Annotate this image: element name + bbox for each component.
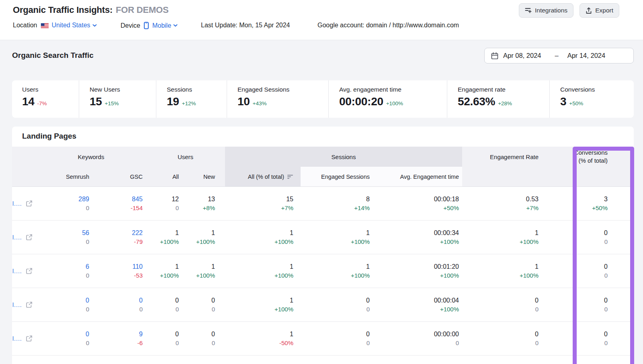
project-name: FOR DEMOS bbox=[116, 5, 168, 15]
integrations-icon bbox=[525, 7, 532, 14]
table-row: l.... 560 222-79 1+100% 1+100% 1+100% 1+… bbox=[12, 221, 634, 254]
metric-value: 10 bbox=[238, 95, 250, 108]
users-all-cell: 1+100% bbox=[146, 254, 182, 288]
users-new-cell: 1+100% bbox=[182, 254, 225, 288]
section-title: Organic Search Traffic bbox=[12, 51, 94, 60]
landing-page-link[interactable]: l.... bbox=[12, 335, 22, 342]
gsc-column-header[interactable]: GSC bbox=[92, 167, 146, 186]
landing-page-cell: l.... bbox=[12, 187, 36, 220]
table-row: l.... 00 00 00 00 1+100% 00 00:00:04+100… bbox=[12, 288, 634, 322]
date-range-picker[interactable]: Apr 08, 2024 – Apr 14, 2024 bbox=[484, 48, 634, 63]
metric-card: Sessions 19 +12% bbox=[156, 80, 227, 118]
engaged-sessions-column-header[interactable]: Engaged Sessions bbox=[301, 167, 373, 186]
organic-traffic-insights-page: Organic Traffic Insights:FOR DEMOS Integ… bbox=[0, 0, 643, 364]
engagement-rate-cell: 00 bbox=[462, 288, 542, 321]
url-subheader bbox=[12, 167, 36, 186]
engaged-sessions-cell: 8+14% bbox=[301, 187, 373, 220]
sessions-all-column-header[interactable]: All (% of total) bbox=[225, 167, 301, 186]
date-separator: – bbox=[555, 52, 559, 59]
metric-card: New Users 15 +15% bbox=[79, 80, 156, 118]
landing-page-cell: l.... bbox=[12, 322, 36, 355]
gsc-keywords-cell: 00 bbox=[92, 288, 146, 321]
users-all-cell: 1+100% bbox=[146, 221, 182, 254]
metric-label: Sessions bbox=[167, 86, 227, 93]
users-new-cell: 00 bbox=[182, 322, 225, 355]
metric-label: Engagement rate bbox=[458, 86, 549, 93]
conversions-subheader bbox=[542, 167, 634, 186]
conversions-cell: 00 bbox=[542, 288, 634, 321]
engaged-sessions-cell: 1+100% bbox=[301, 221, 373, 254]
sessions-all-cell: 1+100% bbox=[225, 221, 301, 254]
users-all-column-header[interactable]: All bbox=[146, 167, 182, 186]
device-label: Device bbox=[121, 22, 140, 29]
conversions-cell: 00 bbox=[542, 221, 634, 254]
engagement-rate-cell: 00 bbox=[462, 322, 542, 355]
device-selector[interactable]: Device Mobile bbox=[121, 22, 178, 29]
sessions-all-cell: 1+100% bbox=[225, 254, 301, 288]
metric-label: Users bbox=[22, 86, 79, 93]
export-button[interactable]: Export bbox=[580, 3, 619, 18]
landing-page-cell: l.... bbox=[12, 254, 36, 288]
export-icon bbox=[586, 7, 592, 14]
avg-engagement-time-cell: 00:00:34+100% bbox=[373, 221, 462, 254]
table-row: l.... 2890 845-154 120 13+8% 15+7% 8+14%… bbox=[12, 187, 634, 221]
metric-delta: +43% bbox=[253, 100, 267, 106]
engagement-rate-cell: 1+100% bbox=[462, 221, 542, 254]
table-body: l.... 2890 845-154 120 13+8% 15+7% 8+14%… bbox=[12, 187, 634, 356]
chevron-down-icon bbox=[173, 24, 178, 27]
landing-page-cell: l.... bbox=[12, 221, 36, 254]
engagement-rate-column-header[interactable]: Engagement Rate bbox=[462, 147, 542, 167]
device-value: Mobile bbox=[152, 22, 171, 29]
users-new-cell: 1+100% bbox=[182, 221, 225, 254]
external-link-icon[interactable] bbox=[26, 301, 33, 308]
landing-page-link[interactable]: l.... bbox=[12, 234, 22, 241]
conversions-column-header[interactable]: Conversions (% of total) bbox=[542, 147, 634, 167]
avg-engagement-time-cell: 00:00:04+100% bbox=[373, 288, 462, 321]
avg-engagement-time-cell: 00:00:18+50% bbox=[373, 187, 462, 220]
users-new-cell: 13+8% bbox=[182, 187, 225, 220]
page-title-text: Organic Traffic Insights: bbox=[13, 5, 113, 15]
semrush-keywords-cell: 60 bbox=[36, 254, 92, 288]
users-new-cell: 00 bbox=[182, 288, 225, 321]
metrics-summary-card: Users 14 -7% New Users 15 +15% Sessions … bbox=[12, 80, 634, 118]
top-header: Organic Traffic Insights:FOR DEMOS Integ… bbox=[0, 0, 643, 40]
report-meta-row: Location United States bbox=[0, 22, 643, 32]
table-header: Keywords Users Sessions Engagement Rate … bbox=[12, 147, 634, 187]
landing-page-link[interactable]: l.... bbox=[12, 268, 22, 274]
landing-page-link[interactable]: l.... bbox=[12, 302, 22, 308]
metric-card: Users 14 -7% bbox=[12, 80, 79, 118]
integrations-button[interactable]: Integrations bbox=[519, 3, 573, 18]
chevron-down-icon bbox=[92, 24, 97, 27]
external-link-icon[interactable] bbox=[26, 200, 33, 207]
location-selector[interactable]: Location United States bbox=[13, 22, 97, 29]
external-link-icon[interactable] bbox=[26, 268, 33, 274]
users-new-column-header[interactable]: New bbox=[182, 167, 225, 186]
avg-engagement-time-column-header[interactable]: Avg. Engagement time bbox=[373, 167, 462, 186]
conversions-cell: 3+50% bbox=[542, 187, 634, 220]
semrush-keywords-cell: 00 bbox=[36, 288, 92, 321]
keywords-group-header[interactable]: Keywords bbox=[36, 147, 146, 167]
users-group-header[interactable]: Users bbox=[146, 147, 225, 167]
metric-card: Conversions 3 +50% bbox=[549, 80, 595, 118]
google-account-text: Google account: domain / http://www.doma… bbox=[317, 22, 459, 29]
metric-value: 14 bbox=[22, 95, 35, 108]
landing-pages-title: Landing Pages bbox=[22, 132, 76, 141]
mobile-icon bbox=[143, 22, 149, 29]
metric-delta: +12% bbox=[182, 100, 196, 106]
users-all-cell: 00 bbox=[146, 322, 182, 355]
external-link-icon[interactable] bbox=[26, 234, 33, 241]
sort-descending-icon[interactable] bbox=[287, 174, 293, 179]
landing-page-link[interactable]: l.... bbox=[12, 200, 22, 207]
semrush-column-header[interactable]: Semrush bbox=[36, 167, 92, 186]
metric-delta: +100% bbox=[386, 100, 403, 106]
gsc-keywords-cell: 845-154 bbox=[92, 187, 146, 220]
metric-value: 19 bbox=[167, 95, 179, 108]
users-all-cell: 00 bbox=[146, 288, 182, 321]
sessions-group-header[interactable]: Sessions bbox=[225, 147, 462, 167]
external-link-icon[interactable] bbox=[26, 335, 33, 342]
last-update-text: Last Update: Mon, 15 Apr 2024 bbox=[201, 22, 290, 29]
metric-delta: +15% bbox=[105, 100, 119, 106]
conversions-cell: 00 bbox=[542, 322, 634, 355]
metric-value: 52.63% bbox=[458, 95, 495, 108]
date-from: Apr 08, 2024 bbox=[503, 52, 541, 59]
